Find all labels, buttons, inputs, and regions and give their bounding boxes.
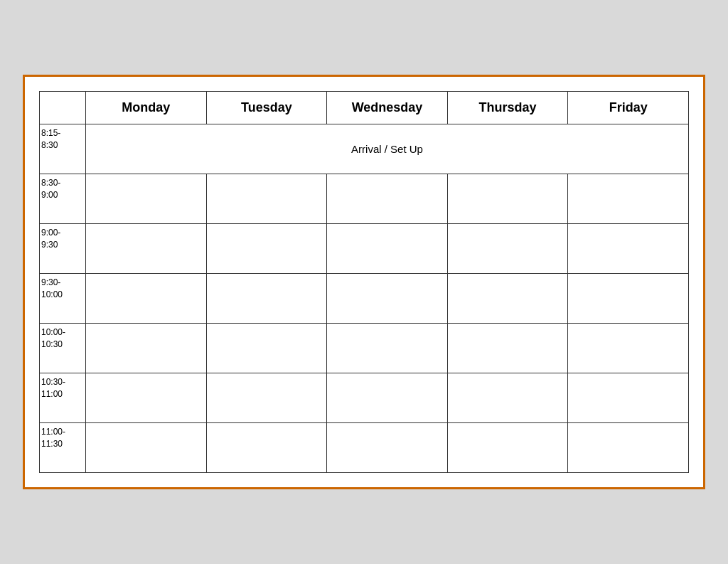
cell-mon-930 [86, 274, 207, 324]
cell-thu-1030 [447, 373, 568, 423]
cell-tue-930 [206, 274, 327, 324]
header-tuesday: Tuesday [206, 92, 327, 124]
header-monday: Monday [86, 92, 207, 124]
cell-thu-1100 [447, 423, 568, 473]
cell-mon-830 [86, 174, 207, 224]
cell-fri-1100 [568, 423, 689, 473]
header-wednesday: Wednesday [327, 92, 448, 124]
time-1100-1130: 11:00-11:30 [40, 423, 86, 473]
table-row: 10:30-11:00 [40, 373, 689, 423]
calendar-page: Monday Tuesday Wednesday Thursday Friday… [23, 75, 705, 489]
time-1000-1030: 10:00-10:30 [40, 324, 86, 373]
header-time-empty [40, 92, 86, 124]
cell-mon-1030 [86, 373, 207, 423]
cell-thu-1000 [447, 324, 568, 373]
cell-fri-900 [568, 224, 689, 274]
cell-mon-900 [86, 224, 207, 274]
time-900-930: 9:00-9:30 [40, 224, 86, 274]
table-row: 10:00-10:30 [40, 324, 689, 373]
time-930-1000: 9:30-10:00 [40, 274, 86, 324]
cell-thu-930 [447, 274, 568, 324]
schedule-table: Monday Tuesday Wednesday Thursday Friday… [39, 91, 689, 473]
time-815-830: 8:15-8:30 [40, 124, 86, 174]
arrival-row: 8:15-8:30 Arrival / Set Up [40, 124, 689, 174]
cell-wed-900 [327, 224, 448, 274]
table-row: 11:00-11:30 [40, 423, 689, 473]
cell-fri-1030 [568, 373, 689, 423]
cell-tue-1100 [206, 423, 327, 473]
cell-fri-930 [568, 274, 689, 324]
time-1030-1100: 10:30-11:00 [40, 373, 86, 423]
cell-wed-1100 [327, 423, 448, 473]
cell-tue-1030 [206, 373, 327, 423]
cell-mon-1000 [86, 324, 207, 373]
cell-thu-830 [447, 174, 568, 224]
cell-wed-1000 [327, 324, 448, 373]
table-row: 9:00-9:30 [40, 224, 689, 274]
cell-tue-900 [206, 224, 327, 274]
cell-wed-1030 [327, 373, 448, 423]
header-thursday: Thursday [447, 92, 568, 124]
time-830-900: 8:30-9:00 [40, 174, 86, 224]
cell-tue-1000 [206, 324, 327, 373]
cell-fri-830 [568, 174, 689, 224]
cell-thu-900 [447, 224, 568, 274]
cell-wed-830 [327, 174, 448, 224]
cell-wed-930 [327, 274, 448, 324]
cell-fri-1000 [568, 324, 689, 373]
arrival-label: Arrival / Set Up [86, 124, 689, 174]
cell-mon-1100 [86, 423, 207, 473]
table-row: 9:30-10:00 [40, 274, 689, 324]
cell-tue-830 [206, 174, 327, 224]
header-friday: Friday [568, 92, 689, 124]
table-row: 8:30-9:00 [40, 174, 689, 224]
